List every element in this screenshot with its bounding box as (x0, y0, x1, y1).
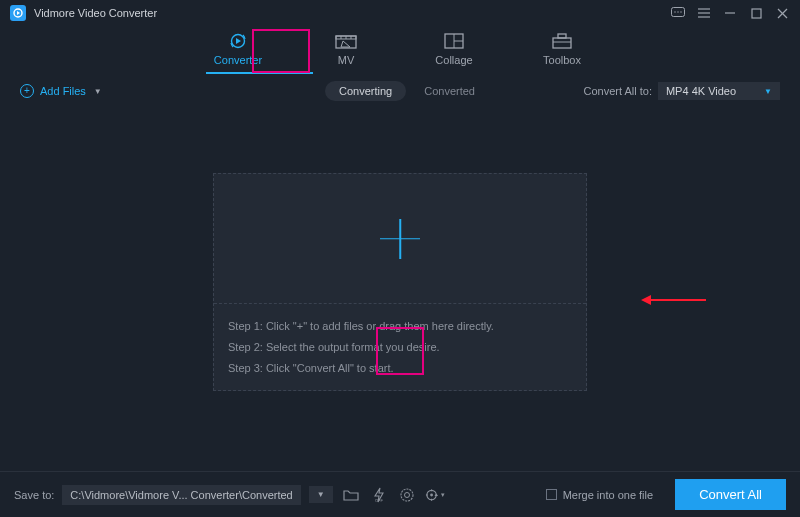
feedback-icon[interactable] (670, 5, 686, 21)
converting-tab[interactable]: Converting (325, 81, 406, 101)
svg-rect-10 (752, 9, 761, 18)
instructions: Step 1: Click "+" to add files or drag t… (214, 304, 586, 391)
save-path-dropdown[interactable]: ▼ (309, 486, 333, 503)
tab-label: Toolbox (543, 54, 581, 66)
save-to-label: Save to: (14, 489, 54, 501)
svg-point-5 (680, 11, 681, 12)
step-2-text: Step 2: Select the output format you des… (228, 337, 572, 358)
tab-mv[interactable]: MV (318, 32, 374, 66)
convert-all-label: Convert All (699, 487, 762, 502)
mv-icon (335, 32, 357, 50)
svg-point-4 (677, 11, 678, 12)
drop-zone[interactable]: Step 1: Click "+" to add files or drag t… (213, 173, 587, 391)
svg-text:OFF: OFF (375, 498, 384, 503)
convert-all-to-label: Convert All to: (583, 85, 651, 97)
save-path-value: C:\Vidmore\Vidmore V... Converter\Conver… (70, 489, 292, 501)
converted-tab[interactable]: Converted (424, 85, 475, 97)
step-1-text: Step 1: Click "+" to add files or drag t… (228, 316, 572, 337)
svg-point-3 (674, 11, 675, 12)
app-title: Vidmore Video Converter (34, 7, 157, 19)
maximize-button[interactable] (748, 5, 764, 21)
app-logo (10, 5, 26, 21)
converting-label: Converting (339, 85, 392, 97)
open-folder-icon[interactable] (341, 485, 361, 505)
converter-icon (227, 32, 249, 50)
tab-label: MV (338, 54, 355, 66)
output-format-select[interactable]: MP4 4K Video ▼ (658, 82, 780, 100)
plus-circle-icon: + (20, 84, 34, 98)
svg-point-30 (404, 492, 409, 497)
add-files-button[interactable]: + Add Files ▼ (20, 84, 102, 98)
svg-marker-33 (434, 494, 438, 496)
close-button[interactable] (774, 5, 790, 21)
merge-checkbox[interactable] (546, 489, 557, 500)
merge-label: Merge into one file (563, 489, 654, 501)
save-path-field[interactable]: C:\Vidmore\Vidmore V... Converter\Conver… (62, 485, 300, 505)
minimize-button[interactable] (722, 5, 738, 21)
settings-icon[interactable]: ▾ (425, 485, 445, 505)
chevron-down-icon: ▼ (764, 87, 772, 96)
svg-marker-1 (17, 11, 20, 15)
add-files-plus-button[interactable] (380, 219, 420, 259)
svg-point-32 (430, 493, 433, 496)
annotation-arrow (644, 299, 706, 301)
tab-underline (251, 72, 313, 74)
tab-label: Converter (214, 54, 262, 66)
high-speed-icon[interactable] (397, 485, 417, 505)
chevron-down-icon: ▼ (94, 87, 102, 96)
converted-label: Converted (424, 85, 475, 97)
convert-all-button[interactable]: Convert All (675, 479, 786, 510)
format-selected-value: MP4 4K Video (666, 85, 736, 97)
tab-collage[interactable]: Collage (426, 32, 482, 66)
svg-marker-20 (341, 41, 350, 47)
tab-label: Collage (435, 54, 472, 66)
menu-icon[interactable] (696, 5, 712, 21)
add-files-label: Add Files (40, 85, 86, 97)
toolbox-icon (551, 32, 573, 50)
collage-icon (443, 32, 465, 50)
svg-rect-25 (558, 34, 566, 38)
svg-rect-24 (553, 38, 571, 48)
tab-converter[interactable]: Converter (210, 32, 266, 66)
svg-marker-14 (236, 38, 241, 44)
hardware-accel-icon[interactable]: OFF (369, 485, 389, 505)
svg-point-29 (401, 489, 413, 501)
step-3-text: Step 3: Click "Convert All" to start. (228, 358, 572, 379)
tab-toolbox[interactable]: Toolbox (534, 32, 590, 66)
